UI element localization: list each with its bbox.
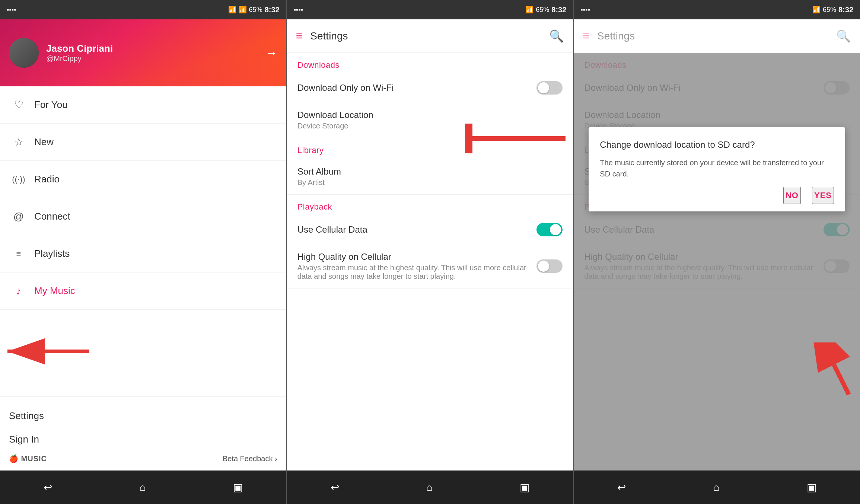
status-icons-2: ▪▪▪▪	[294, 6, 303, 14]
sidebar-item-radio[interactable]: ((·)) Radio	[0, 161, 286, 198]
at-icon: @	[9, 211, 28, 223]
time-2: 8:32	[551, 6, 566, 14]
sidebar-item-new[interactable]: ☆ New	[0, 124, 286, 161]
sidebar-header[interactable]: Jason Cipriani @MrCippy →	[0, 19, 286, 86]
signal-icon: 📶	[239, 6, 247, 14]
wifi-icon: 📶	[228, 6, 236, 14]
status-right-info: 📶 📶 65% 8:32	[228, 6, 280, 14]
battery-3: 65%	[823, 6, 836, 14]
user-info: Jason Cipriani @MrCippy	[46, 43, 265, 63]
panel-3-dialog: ▪▪▪▪ 📶 65% 8:32 ≡ Settings 🔍 Downloads D…	[574, 0, 860, 504]
toolbar-title-3: Settings	[597, 30, 836, 42]
sidebar-item-playlists[interactable]: ≡ Playlists	[0, 235, 286, 272]
wifi-icon-3: 📶	[812, 6, 821, 14]
search-icon-3[interactable]: 🔍	[836, 29, 851, 43]
sort-album-title-2: Sort Album	[297, 166, 563, 177]
recents-button[interactable]: ▣	[233, 481, 243, 494]
user-name: Jason Cipriani	[46, 43, 265, 54]
recents-button-2[interactable]: ▣	[520, 481, 529, 494]
dialog-sd-card: Change download location to SD card? The…	[589, 127, 845, 211]
row-cellular-2[interactable]: Use Cellular Data	[287, 216, 573, 244]
time-3: 8:32	[838, 6, 853, 14]
cellular-toggle-2[interactable]	[536, 223, 563, 236]
status-bar-2: ▪▪▪▪ 📶 65% 8:32	[287, 0, 573, 19]
dialog-actions: NO YES	[600, 187, 834, 204]
search-icon-2[interactable]: 🔍	[549, 29, 564, 43]
cellular-title-2: Use Cellular Data	[297, 224, 537, 235]
user-handle: @MrCippy	[46, 54, 265, 63]
row-high-quality-2[interactable]: High Quality on Cellular Always stream m…	[287, 244, 573, 288]
heart-icon: ♡	[9, 99, 28, 111]
high-quality-title-2: High Quality on Cellular	[297, 252, 537, 262]
download-location-subtitle-2: Device Storage	[297, 122, 563, 130]
download-location-title-2: Download Location	[297, 110, 563, 120]
dialog-body: The music currently stored on your devic…	[600, 157, 834, 179]
cellular-text-2: Use Cellular Data	[297, 224, 537, 235]
sort-album-subtitle-2: By Artist	[297, 178, 563, 187]
sidebar-item-connect[interactable]: @ Connect	[0, 198, 286, 235]
sidebar-label-radio: Radio	[34, 173, 60, 185]
settings-link[interactable]: Settings	[9, 404, 277, 428]
profile-arrow-icon[interactable]: →	[265, 46, 277, 60]
signin-link[interactable]: Sign In	[9, 428, 277, 451]
back-button-3[interactable]: ↩	[617, 481, 626, 494]
wifi-only-title-2: Download Only on Wi-Fi	[297, 83, 537, 93]
status-time: 8:32	[265, 6, 280, 14]
toggle-thumb-hq-2	[538, 261, 549, 272]
toggle-thumb-cellular-2	[550, 224, 561, 235]
star-icon: ☆	[9, 136, 28, 148]
music-note-icon: ♪	[9, 285, 28, 297]
sidebar-item-my-music[interactable]: ♪ My Music	[0, 272, 286, 310]
section-header-downloads-2: Downloads	[287, 53, 573, 74]
menu-icon-3[interactable]: ≡	[583, 29, 590, 43]
section-header-playback-2: Playback	[287, 195, 573, 216]
brand-label: 🍎 MUSIC	[9, 454, 47, 463]
settings-content-3: Downloads Download Only on Wi-Fi Downloa…	[574, 53, 860, 470]
back-button-2[interactable]: ↩	[331, 481, 339, 494]
status-left-3: ▪▪▪▪	[580, 6, 590, 14]
status-left-icons: ▪▪▪▪	[7, 6, 16, 14]
status-right-3: 📶 65% 8:32	[812, 6, 853, 14]
row-wifi-only-2[interactable]: Download Only on Wi-Fi	[287, 74, 573, 102]
wifi-toggle-2[interactable]	[536, 81, 563, 95]
home-button-3[interactable]: ⌂	[713, 481, 720, 493]
wifi-icon-2: 📶	[525, 6, 533, 14]
menu-icon-2[interactable]: ≡	[296, 29, 303, 43]
status-left-2: ▪▪▪▪	[294, 6, 303, 14]
high-quality-text-2: High Quality on Cellular Always stream m…	[297, 252, 537, 281]
recents-button-3[interactable]: ▣	[807, 481, 816, 494]
sidebar-footer: Settings Sign In 🍎 MUSIC Beta Feedback ›	[0, 396, 286, 470]
settings-toolbar-3: ≡ Settings 🔍	[574, 19, 860, 53]
settings-content-2: Downloads Download Only on Wi-Fi Downloa…	[287, 53, 573, 470]
status-bar-1: ▪▪▪▪ 📶 📶 65% 8:32	[0, 0, 286, 19]
download-location-text-2: Download Location Device Storage	[297, 110, 563, 130]
sidebar-item-for-you[interactable]: ♡ For You	[0, 86, 286, 124]
section-header-library-2: Library	[287, 138, 573, 159]
sidebar-menu: ♡ For You ☆ New ((·)) Radio @ Connect ≡ …	[0, 86, 286, 396]
back-button[interactable]: ↩	[44, 481, 52, 494]
battery-2: 65%	[536, 6, 549, 14]
sidebar-label-new: New	[34, 136, 54, 148]
high-quality-subtitle-2: Always stream music at the highest quali…	[297, 264, 537, 281]
battery-percent: 65%	[249, 6, 262, 14]
home-button-2[interactable]: ⌂	[426, 481, 433, 493]
high-quality-toggle-2[interactable]	[536, 259, 563, 273]
dialog-no-button[interactable]: NO	[783, 187, 801, 204]
sidebar-label-for-you: For You	[34, 99, 68, 111]
panel-1-sidebar: ▪▪▪▪ 📶 📶 65% 8:32 Jason Cipriani @MrCipp…	[0, 0, 286, 504]
home-button[interactable]: ⌂	[139, 481, 146, 493]
row-download-location-2[interactable]: Download Location Device Storage	[287, 102, 573, 138]
dialog-yes-button[interactable]: YES	[812, 187, 834, 204]
feedback-link[interactable]: Beta Feedback ›	[223, 454, 277, 463]
settings-toolbar-2: ≡ Settings 🔍	[287, 19, 573, 53]
dim-overlay	[574, 53, 860, 470]
nav-bar-3: ↩ ⌂ ▣	[574, 470, 860, 504]
notification-icons: ▪▪▪▪	[7, 6, 16, 14]
sort-album-text-2: Sort Album By Artist	[297, 166, 563, 187]
sidebar-label-playlists: Playlists	[34, 248, 70, 259]
nav-bar-2: ↩ ⌂ ▣	[287, 470, 573, 504]
avatar	[9, 38, 39, 68]
row-sort-album-2[interactable]: Sort Album By Artist	[287, 159, 573, 195]
radio-icon: ((·))	[9, 175, 28, 184]
nav-bar-1: ↩ ⌂ ▣	[0, 470, 286, 504]
